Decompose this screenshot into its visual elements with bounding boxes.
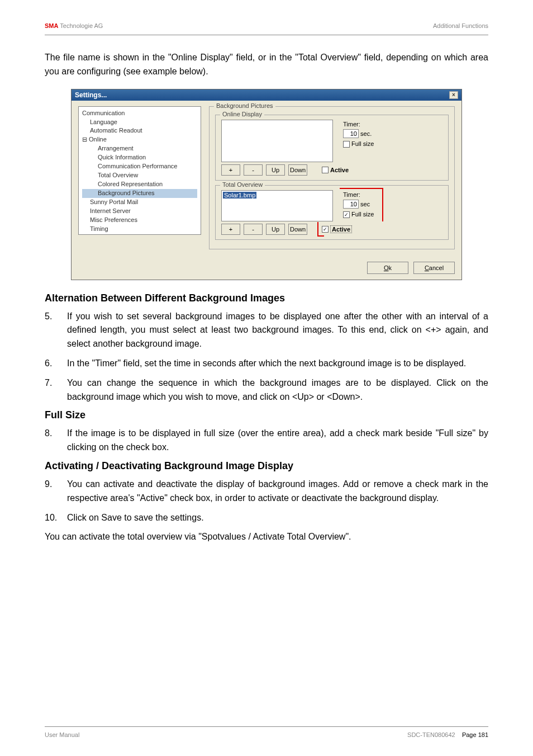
section-heading: Alternation Between Different Background… bbox=[45, 292, 488, 304]
step-number: 7. bbox=[45, 376, 67, 404]
page-footer: User Manual SDC-TEN080642 Page 181 bbox=[45, 726, 488, 738]
tree-item[interactable]: Timing bbox=[82, 225, 197, 234]
annotation-mark bbox=[340, 188, 383, 221]
tree-item[interactable]: Arrangement bbox=[82, 144, 197, 153]
up-button[interactable]: Up bbox=[266, 224, 285, 235]
tree-item[interactable]: Misc Preferences bbox=[82, 216, 197, 225]
down-button[interactable]: Down bbox=[288, 164, 307, 176]
settings-dialog: Settings... × Communication Language Aut… bbox=[71, 89, 462, 280]
header-left: SMA Technologie AG bbox=[45, 22, 103, 29]
step-text: You can activate and deactivate the disp… bbox=[67, 478, 488, 505]
step-text: You can change the sequence in which the… bbox=[67, 376, 488, 404]
closing-paragraph: You can activate the total overview via … bbox=[45, 530, 488, 544]
step-number: 6. bbox=[45, 357, 67, 371]
add-button[interactable]: + bbox=[221, 164, 240, 176]
footer-right: SDC-TEN080642 Page 181 bbox=[407, 731, 488, 738]
brand: SMA bbox=[45, 22, 58, 29]
up-button[interactable]: Up bbox=[266, 164, 285, 176]
dialog-figure: Settings... × Communication Language Aut… bbox=[45, 89, 488, 280]
remove-button[interactable]: - bbox=[244, 224, 263, 235]
header-right: Additional Functions bbox=[433, 22, 488, 29]
annotation-mark bbox=[317, 222, 324, 237]
settings-tree[interactable]: Communication Language Automatic Readout… bbox=[78, 106, 201, 235]
remove-button[interactable]: - bbox=[244, 164, 263, 176]
group-legend: Background Pictures bbox=[214, 102, 275, 109]
step-number: 8. bbox=[45, 427, 67, 455]
group-legend: Online Display bbox=[220, 111, 264, 117]
group-online-display: Online Display Timer: sec. Full size bbox=[215, 115, 449, 181]
fullsize-checkbox[interactable] bbox=[343, 141, 350, 148]
timer-block-bottom: Timer: sec Full size bbox=[343, 190, 374, 220]
tree-item[interactable]: Data Storage bbox=[82, 234, 197, 235]
timer-block-top: Timer: sec. Full size bbox=[343, 120, 374, 149]
section-heading: Full Size bbox=[45, 409, 488, 421]
tree-item[interactable]: Sunny Portal Mail bbox=[82, 198, 197, 207]
tree-item[interactable]: Quick Information bbox=[82, 153, 197, 162]
ok-button[interactable]: Ok bbox=[367, 262, 408, 274]
group-legend: Total Overview bbox=[220, 181, 265, 188]
step-text: In the "Timer" field, set the time in se… bbox=[67, 357, 488, 371]
tree-item[interactable]: Automatic Readout bbox=[82, 126, 197, 135]
down-button[interactable]: Down bbox=[288, 224, 307, 235]
tree-item[interactable]: Language bbox=[82, 118, 197, 127]
step-text: If you wish to set several background im… bbox=[67, 310, 488, 351]
timer-label: Timer: bbox=[343, 120, 374, 130]
page-header: SMA Technologie AG Additional Functions bbox=[45, 22, 488, 29]
footer-left: User Manual bbox=[45, 731, 79, 738]
intro-paragraph: The file name is shown in the "Online Di… bbox=[45, 51, 488, 79]
dialog-titlebar: Settings... × bbox=[72, 89, 461, 101]
tree-item[interactable]: Total Overview bbox=[82, 171, 197, 180]
close-icon[interactable]: × bbox=[449, 91, 458, 99]
total-overview-list[interactable]: Solar1.bmp bbox=[221, 190, 333, 221]
dialog-title: Settings... bbox=[75, 91, 107, 99]
tree-item[interactable]: Communication Performance bbox=[82, 162, 197, 171]
tree-item-selected[interactable]: Background Pictures bbox=[82, 189, 197, 198]
step-number: 9. bbox=[45, 478, 67, 505]
active-checkbox[interactable] bbox=[322, 167, 329, 173]
section-heading: Activating / Deactivating Background Ima… bbox=[45, 460, 488, 472]
tree-item[interactable]: Internet Server bbox=[82, 207, 197, 216]
group-total-overview: Total Overview Solar1.bmp Timer: sec Ful… bbox=[215, 185, 449, 240]
online-display-list[interactable] bbox=[221, 120, 333, 162]
timer-input[interactable] bbox=[343, 129, 359, 138]
step-text: If the image is to be displayed in full … bbox=[67, 427, 488, 455]
tree-item[interactable]: Communication bbox=[82, 109, 197, 118]
tree-item[interactable]: Colored Representation bbox=[82, 180, 197, 189]
cancel-button[interactable]: Cancel bbox=[413, 262, 455, 274]
group-background-pictures: Background Pictures Online Display Timer… bbox=[209, 106, 455, 249]
step-number: 10. bbox=[45, 511, 67, 525]
header-rule bbox=[45, 35, 488, 35]
step-text: Click on Save to save the settings. bbox=[67, 511, 488, 525]
tree-item[interactable]: ⊟ Online bbox=[82, 135, 197, 144]
add-button[interactable]: + bbox=[221, 224, 240, 235]
list-item[interactable]: Solar1.bmp bbox=[223, 192, 256, 199]
step-number: 5. bbox=[45, 310, 67, 351]
